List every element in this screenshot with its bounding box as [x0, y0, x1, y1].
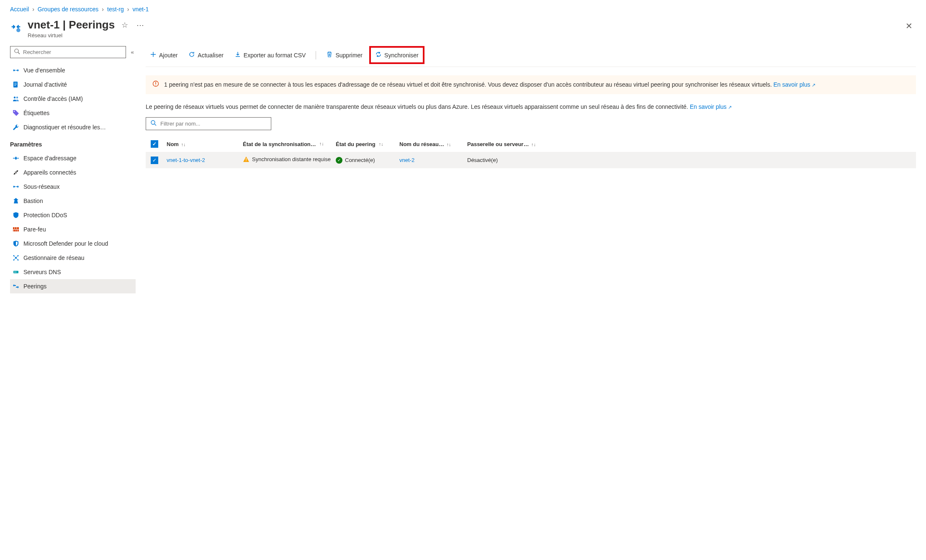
sidebar-item-label: Vue d'ensemble	[23, 67, 65, 74]
sidebar-item-network-manager[interactable]: Gestionnaire de réseau	[10, 251, 136, 265]
column-header-name[interactable]: Nom	[167, 141, 179, 147]
sidebar-item-dns[interactable]: Serveurs DNS	[10, 265, 136, 279]
sidebar-item-subnets[interactable]: Sous-réseaux	[10, 180, 136, 194]
table-header: ✓ Nom ↑↓ État de la synchronisation… ↑↓ …	[146, 136, 916, 152]
delete-button[interactable]: Supprimer	[322, 48, 367, 62]
svg-rect-22	[155, 82, 156, 84]
sidebar-item-label: Espace d'adressage	[23, 155, 76, 162]
column-header-peering[interactable]: État du peering	[336, 141, 376, 147]
sidebar-item-label: Étiquettes	[23, 110, 49, 116]
search-icon	[150, 120, 157, 128]
download-icon	[234, 51, 241, 59]
sidebar-item-diagnose[interactable]: Diagnostiquer et résoudre les…	[10, 120, 136, 134]
table-row[interactable]: ✓ vnet-1-to-vnet-2 Synchronisation dista…	[146, 152, 916, 168]
sort-icon[interactable]: ↑↓	[531, 142, 536, 147]
collapse-sidebar-button[interactable]: «	[129, 47, 136, 57]
svg-point-1	[15, 49, 18, 53]
breadcrumb-item[interactable]: vnet-1	[132, 6, 149, 13]
info-icon	[152, 80, 159, 89]
filter-box[interactable]	[146, 117, 271, 130]
defender-icon	[13, 240, 19, 247]
dns-icon	[13, 269, 19, 275]
remote-vnet-link[interactable]: vnet-2	[399, 157, 414, 163]
sidebar-item-ddos[interactable]: Protection DDoS	[10, 208, 136, 222]
svg-rect-6	[14, 85, 16, 86]
sidebar-item-tags[interactable]: Étiquettes	[10, 106, 136, 120]
sidebar-item-peerings[interactable]: Peerings	[10, 279, 136, 293]
subnet-icon	[13, 183, 19, 190]
sidebar-item-defender[interactable]: Microsoft Defender pour le cloud	[10, 236, 136, 251]
sort-icon[interactable]: ↑↓	[319, 141, 324, 146]
select-all-checkbox[interactable]: ✓	[151, 140, 158, 148]
chevron-right-icon: ›	[102, 6, 104, 13]
breadcrumb-item[interactable]: Groupes de ressources	[38, 6, 99, 13]
sidebar-search[interactable]	[10, 46, 126, 58]
sidebar-item-address-space[interactable]: Espace d'adressage	[10, 151, 136, 165]
more-button[interactable]: ⋯	[135, 19, 146, 31]
sidebar-item-label: Appareils connectés	[23, 169, 76, 176]
column-header-network[interactable]: Nom du réseau…	[399, 141, 444, 147]
sort-icon[interactable]: ↑↓	[447, 142, 451, 147]
filter-input[interactable]	[160, 121, 267, 127]
sidebar-item-firewall[interactable]: Pare-feu	[10, 222, 136, 236]
sidebar-item-label: Journal d'activité	[23, 81, 67, 88]
peering-name-link[interactable]: vnet-1-to-vnet-2	[167, 157, 205, 163]
banner-learn-more-link[interactable]: En savoir plus ↗	[774, 81, 816, 88]
sidebar-item-label: Gestionnaire de réseau	[23, 254, 85, 261]
close-icon: ✕	[905, 21, 913, 31]
sort-icon[interactable]: ↑↓	[181, 142, 186, 147]
sidebar-item-label: Diagnostiquer et résoudre les…	[23, 124, 106, 131]
chevron-right-icon: ›	[127, 6, 129, 13]
sidebar-item-iam[interactable]: Contrôle d'accès (IAM)	[10, 92, 136, 106]
svg-rect-26	[246, 158, 246, 160]
wrench-icon	[13, 124, 19, 131]
close-button[interactable]: ✕	[902, 19, 916, 33]
sidebar-item-label: Bastion	[23, 198, 43, 204]
sidebar-item-label: Sous-réseaux	[23, 183, 59, 190]
export-csv-button[interactable]: Exporter au format CSV	[230, 48, 310, 62]
peering-status-text: Connecté(e)	[345, 157, 375, 163]
peerings-icon	[13, 283, 19, 290]
button-label: Actualiser	[198, 52, 223, 59]
sidebar-item-bastion[interactable]: Bastion	[10, 194, 136, 208]
vnet-icon	[10, 21, 22, 33]
sync-button[interactable]: Synchroniser	[369, 46, 424, 64]
svg-point-10	[14, 173, 15, 175]
banner-text: 1 peering n'est pas en mesure de se conn…	[164, 81, 772, 88]
button-label: Synchroniser	[384, 52, 419, 59]
sync-status-text: Synchronisation distante requise	[252, 156, 331, 162]
plug-icon	[13, 169, 19, 176]
button-label: Exporter au format CSV	[244, 52, 306, 59]
description: Le peering de réseaux virtuels vous perm…	[146, 103, 916, 111]
description-learn-more-link[interactable]: En savoir plus ↗	[690, 103, 732, 110]
button-label: Ajouter	[159, 52, 177, 59]
sidebar-item-label: Peerings	[23, 283, 46, 290]
breadcrumb-item[interactable]: Accueil	[10, 6, 29, 13]
sidebar-item-connected-devices[interactable]: Appareils connectés	[10, 165, 136, 180]
svg-rect-23	[155, 85, 156, 85]
column-header-gateway[interactable]: Passerelle ou serveur…	[467, 141, 529, 147]
chevron-double-left-icon: «	[131, 49, 134, 55]
favorite-button[interactable]: ☆	[120, 19, 130, 31]
page-subtitle: Réseau virtuel	[28, 32, 146, 39]
main-content: Ajouter Actualiser Exporter au format CS…	[146, 46, 916, 293]
ellipsis-icon: ⋯	[136, 21, 144, 29]
svg-point-24	[151, 121, 155, 124]
refresh-button[interactable]: Actualiser	[184, 48, 227, 62]
firewall-icon	[13, 226, 19, 233]
svg-rect-4	[14, 83, 17, 83]
sidebar-item-activity-log[interactable]: Journal d'activité	[10, 77, 136, 92]
vnet-icon	[13, 67, 19, 74]
svg-rect-27	[246, 161, 246, 161]
sidebar-item-label: Microsoft Defender pour le cloud	[23, 240, 108, 247]
warning-banner: 1 peering n'est pas en mesure de se conn…	[146, 75, 916, 94]
row-checkbox[interactable]: ✓	[151, 157, 158, 164]
sidebar-item-overview[interactable]: Vue d'ensemble	[10, 63, 136, 77]
sort-icon[interactable]: ↑↓	[379, 141, 383, 146]
add-button[interactable]: Ajouter	[146, 48, 182, 62]
breadcrumb-item[interactable]: test-rg	[107, 6, 124, 13]
people-icon	[13, 95, 19, 102]
sidebar-search-input[interactable]	[23, 49, 122, 55]
column-header-sync[interactable]: État de la synchronisation…	[243, 141, 316, 147]
sidebar-item-label: Contrôle d'accès (IAM)	[23, 95, 83, 102]
